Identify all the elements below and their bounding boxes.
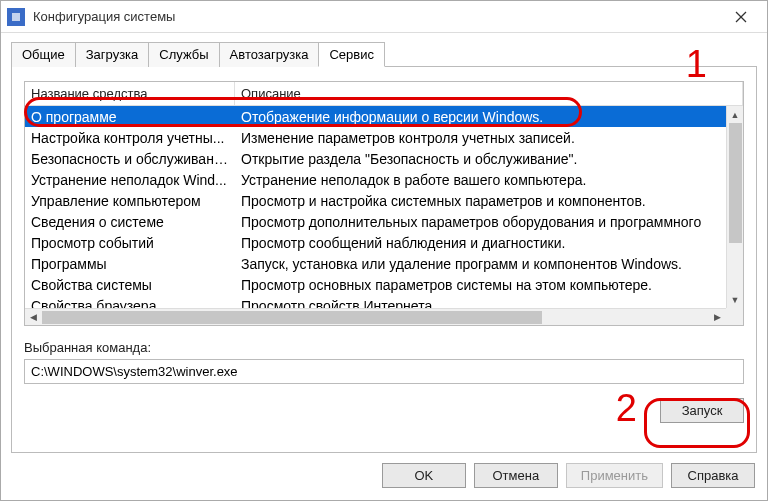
cell-tool-desc: Просмотр дополнительных параметров обору… — [235, 214, 743, 230]
selected-command-input[interactable] — [24, 359, 744, 384]
cell-tool-desc: Просмотр основных параметров системы на … — [235, 277, 743, 293]
help-button[interactable]: Справка — [671, 463, 755, 488]
scroll-left-icon[interactable]: ◀ — [25, 309, 42, 326]
cell-tool-name: Безопасность и обслуживание — [25, 151, 235, 167]
cell-tool-name: Программы — [25, 256, 235, 272]
table-row[interactable]: Устранение неполадок Wind...Устранение н… — [25, 169, 743, 190]
column-header-desc[interactable]: Описание — [235, 82, 743, 105]
app-icon — [7, 8, 25, 26]
selected-command-label: Выбранная команда: — [24, 340, 744, 355]
cell-tool-name: Свойства системы — [25, 277, 235, 293]
cell-tool-name: Просмотр событий — [25, 235, 235, 251]
tab-tools[interactable]: Сервис — [318, 42, 385, 67]
scroll-thumb-h[interactable] — [42, 311, 542, 324]
ok-button[interactable]: OK — [382, 463, 466, 488]
dialog-footer: OK Отмена Применить Справка — [1, 453, 767, 500]
cell-tool-name: Настройка контроля учетны... — [25, 130, 235, 146]
cell-tool-desc: Отображение информации о версии Windows. — [235, 109, 743, 125]
tab-strip: Общие Загрузка Службы Автозагрузка Серви… — [11, 41, 757, 66]
scroll-up-icon[interactable]: ▲ — [727, 106, 744, 123]
titlebar: Конфигурация системы — [1, 1, 767, 33]
horizontal-scrollbar[interactable]: ◀ ▶ — [25, 308, 726, 325]
table-row[interactable]: ПрограммыЗапуск, установка или удаление … — [25, 253, 743, 274]
apply-button[interactable]: Применить — [566, 463, 663, 488]
svg-rect-1 — [12, 13, 20, 21]
cell-tool-desc: Просмотр и настройка системных параметро… — [235, 193, 743, 209]
tab-startup[interactable]: Автозагрузка — [219, 42, 320, 67]
cell-tool-name: Управление компьютером — [25, 193, 235, 209]
cell-tool-desc: Просмотр сообщений наблюдения и диагност… — [235, 235, 743, 251]
cell-tool-desc: Устранение неполадок в работе вашего ком… — [235, 172, 743, 188]
tab-services[interactable]: Службы — [148, 42, 219, 67]
cell-tool-desc: Запуск, установка или удаление программ … — [235, 256, 743, 272]
cell-tool-name: Устранение неполадок Wind... — [25, 172, 235, 188]
table-row[interactable]: О программеОтображение информации о верс… — [25, 106, 743, 127]
run-button[interactable]: Запуск — [660, 398, 744, 423]
tab-boot[interactable]: Загрузка — [75, 42, 150, 67]
table-row[interactable]: Просмотр событийПросмотр сообщений наблю… — [25, 232, 743, 253]
list-body: О программеОтображение информации о верс… — [25, 106, 743, 325]
vertical-scrollbar[interactable]: ▲ ▼ — [726, 106, 743, 308]
cell-tool-desc: Изменение параметров контроля учетных за… — [235, 130, 743, 146]
table-row[interactable]: Управление компьютеромПросмотр и настрой… — [25, 190, 743, 211]
table-row[interactable]: Настройка контроля учетны...Изменение па… — [25, 127, 743, 148]
tab-panel: Название средства Описание О программеОт… — [11, 66, 757, 453]
tab-general[interactable]: Общие — [11, 42, 76, 67]
cell-tool-name: О программе — [25, 109, 235, 125]
column-header-name[interactable]: Название средства — [25, 82, 235, 105]
list-header: Название средства Описание — [25, 82, 743, 106]
scroll-thumb-v[interactable] — [729, 123, 742, 243]
cell-tool-desc: Открытие раздела "Безопасность и обслужи… — [235, 151, 743, 167]
table-row[interactable]: Сведения о системеПросмотр дополнительны… — [25, 211, 743, 232]
table-row[interactable]: Безопасность и обслуживаниеОткрытие разд… — [25, 148, 743, 169]
table-row[interactable]: Свойства системыПросмотр основных параме… — [25, 274, 743, 295]
tools-list: Название средства Описание О программеОт… — [24, 81, 744, 326]
msconfig-window: Конфигурация системы Общие Загрузка Служ… — [0, 0, 768, 501]
scroll-down-icon[interactable]: ▼ — [727, 291, 744, 308]
window-title: Конфигурация системы — [33, 9, 721, 24]
cancel-button[interactable]: Отмена — [474, 463, 558, 488]
scroll-right-icon[interactable]: ▶ — [709, 309, 726, 326]
cell-tool-name: Сведения о системе — [25, 214, 235, 230]
scroll-corner — [726, 308, 743, 325]
close-button[interactable] — [721, 3, 761, 31]
